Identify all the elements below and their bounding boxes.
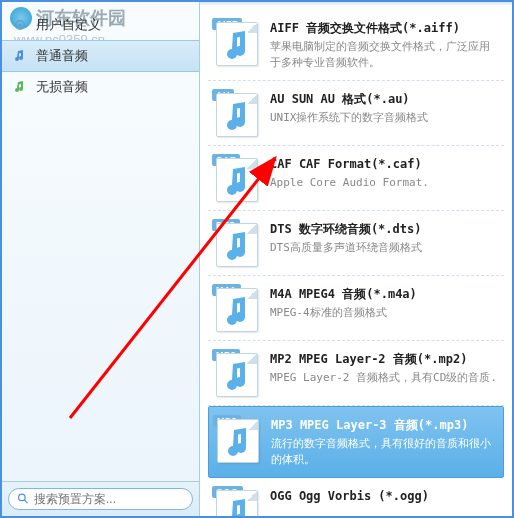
main-panel: AIFF AIFF 音频交换文件格式(*.aiff) 苹果电脑制定的音频交换文件…	[200, 2, 512, 516]
format-desc: 流行的数字音频格式，具有很好的音质和很小的体积。	[271, 436, 499, 469]
format-icon: OGG	[212, 486, 260, 516]
svg-point-1	[19, 24, 22, 27]
sidebar-top: 河东软件园 www.pc0359.cn 用户自定义 普通音频	[2, 2, 199, 481]
format-item[interactable]: CAF CAF CAF Format(*.caf) Apple Core Aud…	[208, 146, 504, 211]
sidebar-item-custom[interactable]: 用户自定义	[2, 10, 199, 40]
format-text: AU SUN AU 格式(*.au) UNIX操作系统下的数字音频格式	[270, 89, 500, 126]
sidebar-item-normal-audio[interactable]: 普通音频	[2, 40, 199, 72]
format-icon: AU	[212, 89, 260, 137]
sidebar-list: 用户自定义 普通音频 无损音频	[2, 10, 199, 102]
svg-point-2	[19, 494, 26, 501]
sidebar: 河东软件园 www.pc0359.cn 用户自定义 普通音频	[2, 2, 200, 516]
format-desc: DTS高质量多声道环绕音频格式	[270, 240, 500, 257]
format-icon: MP3	[213, 415, 261, 463]
sidebar-item-label: 普通音频	[36, 47, 88, 65]
format-icon: AIFF	[212, 18, 260, 66]
format-item[interactable]: AU AU SUN AU 格式(*.au) UNIX操作系统下的数字音频格式	[208, 81, 504, 146]
format-desc: Apple Core Audio Format.	[270, 175, 500, 192]
format-title: MP2 MPEG Layer-2 音频(*.mp2)	[270, 351, 500, 368]
format-title: M4A MPEG4 音频(*.m4a)	[270, 286, 500, 303]
format-title: MP3 MPEG Layer-3 音频(*.mp3)	[271, 417, 499, 434]
format-desc: 苹果电脑制定的音频交换文件格式，广泛应用于多种专业音频软件。	[270, 39, 500, 72]
format-desc: UNIX操作系统下的数字音频格式	[270, 110, 500, 127]
format-item[interactable]: OGG OGG Ogg Vorbis (*.ogg)	[208, 478, 504, 516]
format-text: AIFF 音频交换文件格式(*.aiff) 苹果电脑制定的音频交换文件格式，广泛…	[270, 18, 500, 72]
format-item[interactable]: M4A M4A MPEG4 音频(*.m4a) MPEG-4标准的音频格式	[208, 276, 504, 341]
format-text: MP2 MPEG Layer-2 音频(*.mp2) MPEG Layer-2 …	[270, 349, 500, 386]
music-note-icon	[12, 79, 28, 95]
sidebar-item-label: 无损音频	[36, 78, 88, 96]
sidebar-item-lossless-audio[interactable]: 无损音频	[2, 72, 199, 102]
music-note-icon	[12, 48, 28, 64]
format-text: MP3 MPEG Layer-3 音频(*.mp3) 流行的数字音频格式，具有很…	[271, 415, 499, 469]
format-item[interactable]: MP3 MP3 MPEG Layer-3 音频(*.mp3) 流行的数字音频格式…	[208, 406, 504, 478]
format-icon: DTS	[212, 219, 260, 267]
format-item[interactable]: MP2 MP2 MPEG Layer-2 音频(*.mp2) MPEG Laye…	[208, 341, 504, 406]
format-text: CAF CAF Format(*.caf) Apple Core Audio F…	[270, 154, 500, 191]
sidebar-bottom	[2, 481, 199, 516]
sidebar-item-label: 用户自定义	[36, 16, 101, 34]
format-title: AU SUN AU 格式(*.au)	[270, 91, 500, 108]
format-text: M4A MPEG4 音频(*.m4a) MPEG-4标准的音频格式	[270, 284, 500, 321]
format-icon: M4A	[212, 284, 260, 332]
search-icon	[17, 492, 30, 506]
format-icon: MP2	[212, 349, 260, 397]
format-title: AIFF 音频交换文件格式(*.aiff)	[270, 20, 500, 37]
svg-line-3	[24, 500, 27, 503]
format-title: CAF CAF Format(*.caf)	[270, 156, 500, 173]
format-desc: MPEG-4标准的音频格式	[270, 305, 500, 322]
format-item[interactable]: AIFF AIFF 音频交换文件格式(*.aiff) 苹果电脑制定的音频交换文件…	[208, 10, 504, 81]
format-list: AIFF AIFF 音频交换文件格式(*.aiff) 苹果电脑制定的音频交换文件…	[200, 6, 512, 516]
format-text: DTS 数字环绕音频(*.dts) DTS高质量多声道环绕音频格式	[270, 219, 500, 256]
format-item[interactable]: DTS DTS 数字环绕音频(*.dts) DTS高质量多声道环绕音频格式	[208, 211, 504, 276]
search-input[interactable]	[34, 492, 184, 506]
format-desc: MPEG Layer-2 音频格式，具有CD级的音质.	[270, 370, 500, 387]
format-text: OGG Ogg Vorbis (*.ogg)	[270, 486, 500, 507]
search-box[interactable]	[8, 488, 193, 510]
format-icon: CAF	[212, 154, 260, 202]
gear-icon	[12, 17, 28, 33]
format-title: OGG Ogg Vorbis (*.ogg)	[270, 488, 500, 505]
format-title: DTS 数字环绕音频(*.dts)	[270, 221, 500, 238]
